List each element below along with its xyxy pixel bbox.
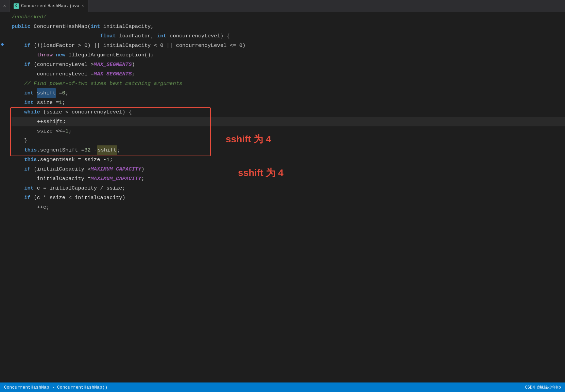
- code-line: int sshift = 0 ;: [12, 88, 565, 98]
- window-close-button[interactable]: ×: [0, 0, 10, 12]
- code-line: ssize <<= 1 ;: [12, 126, 565, 136]
- code-line: float loadFactor, int concurrencyLevel) …: [12, 31, 565, 41]
- java-file-icon: C: [14, 3, 19, 9]
- bookmark-icon: ◆: [0, 41, 5, 48]
- code-line: // Find power-of-two sizes best matching…: [12, 79, 565, 88]
- code-line: this .segmentShift = 32 - sshift ;: [12, 145, 565, 155]
- file-tab[interactable]: C ConcurrentHashMap.java ×: [10, 0, 88, 12]
- code-line: /unchecked/: [12, 12, 565, 22]
- code-line: ++c;: [12, 202, 565, 212]
- code-line: if (concurrencyLevel > MAX_SEGMENTS ): [12, 60, 565, 69]
- code-line: int c = initialCapacity / ssize;: [12, 183, 565, 193]
- code-line: }: [12, 136, 565, 145]
- code-line: if (!(loadFactor > 0) || initialCapacity…: [12, 41, 565, 50]
- status-attribution: CSDN @椽绿少年kb: [525, 385, 561, 390]
- tab-bar: × C ConcurrentHashMap.java ×: [0, 0, 565, 12]
- tab-filename: ConcurrentHashMap.java: [21, 3, 80, 8]
- status-bar: ConcurrentHashMap › ConcurrentHashMap() …: [0, 382, 565, 392]
- annotation-text: sshift 为 4: [226, 133, 271, 146]
- code-line: ++sshi ft;: [12, 117, 565, 126]
- code-area: ◆ /unchecked/ public ConcurrentHashMap( …: [0, 12, 565, 382]
- tab-close-button[interactable]: ×: [82, 4, 84, 8]
- code-line: int ssize = 1 ;: [12, 98, 565, 107]
- code-line: throw new IllegalArgumentException();: [12, 50, 565, 60]
- breadcrumb-text: ConcurrentHashMap › ConcurrentHashMap(): [4, 385, 107, 390]
- code-line: public ConcurrentHashMap( int initialCap…: [12, 22, 565, 31]
- status-breadcrumb: ConcurrentHashMap › ConcurrentHashMap(): [4, 385, 107, 390]
- code-line: if (c * ssize < initialCapacity): [12, 193, 565, 202]
- code-line: concurrencyLevel = MAX_SEGMENTS ;: [12, 69, 565, 79]
- code-line: initialCapacity = MAXIMUM_CAPACITY ;: [12, 174, 565, 183]
- bookmark-gutter: ◆: [0, 12, 5, 382]
- code-editor[interactable]: /unchecked/ public ConcurrentHashMap( in…: [5, 12, 565, 382]
- code-line: if (initialCapacity > MAXIMUM_CAPACITY ): [12, 164, 565, 174]
- while-block-container: while (ssize < concurrencyLevel) { ++ssh…: [12, 107, 565, 145]
- code-line: while (ssize < concurrencyLevel) {: [12, 107, 565, 117]
- code-line: this .segmentMask = ssize - 1 ;: [12, 155, 565, 164]
